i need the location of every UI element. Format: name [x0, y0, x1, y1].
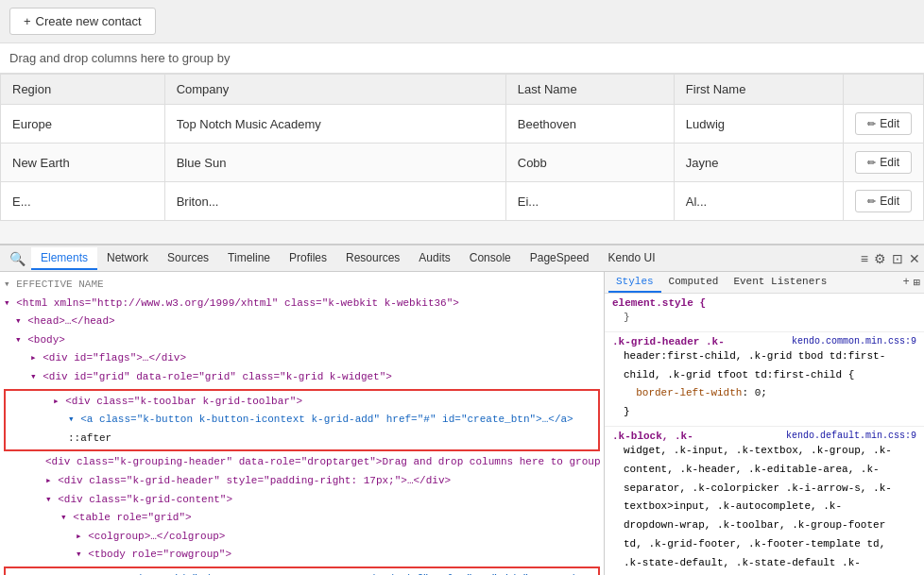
style-prop: }: [624, 312, 630, 323]
styles-tab-icons: + ⊞: [903, 272, 920, 293]
table-row: New Earth Blue Sun Cobb Jayne ✏ Edit: [1, 144, 924, 182]
style-source: kendo.default.min.css:9: [786, 431, 916, 441]
tab-timeline[interactable]: Timeline: [218, 247, 280, 270]
tab-kendo-ui[interactable]: Kendo UI: [598, 247, 664, 270]
close-icon[interactable]: ✕: [909, 251, 920, 266]
tree-line[interactable]: ▸ <tr data-uid="3d48c718-356a-498e-80c4-…: [8, 570, 596, 575]
table-row: Europe Top Notch Music Academy Beethoven…: [1, 105, 924, 144]
cell-first-name: Ludwig: [674, 105, 844, 144]
tab-audits[interactable]: Audits: [409, 247, 459, 270]
cell-first-name: Al...: [674, 182, 844, 221]
style-line: td, .k-grid-footer, .k-footer-template t…: [624, 535, 916, 554]
column-first-name[interactable]: First Name: [674, 75, 844, 105]
tree-line[interactable]: ▾ <head>…</head>: [0, 313, 604, 331]
column-company[interactable]: Company: [164, 75, 505, 105]
tab-elements[interactable]: Elements: [31, 247, 97, 270]
tab-network[interactable]: Network: [97, 247, 158, 270]
data-grid: Region Company Last Name First Name Euro…: [0, 74, 924, 221]
tab-sources[interactable]: Sources: [158, 247, 218, 270]
tbody-tag: ▾ <tbody role="rowgroup">: [76, 549, 231, 560]
edit-label: Edit: [880, 156, 899, 169]
devtools-toolbar-icons: ≡ ⚙ ⊡ ✕: [861, 251, 920, 266]
add-style-icon[interactable]: +: [903, 276, 910, 289]
column-actions: [844, 75, 924, 105]
tree-line[interactable]: ▸ <div class="k-grid-header" style="padd…: [0, 472, 604, 491]
style-block-content: header:first-child, .k-grid tbod td:firs…: [612, 347, 916, 422]
grid-header-div: ▸ <div class="k-grid-header" style="padd…: [45, 475, 451, 486]
cell-edit: ✏ Edit: [844, 105, 924, 144]
style-line: border-left-width: 0;: [624, 384, 916, 403]
style-line: .k-state-default, .k-state-default .k-: [624, 554, 916, 573]
toggle-icon[interactable]: ⊞: [914, 276, 920, 290]
pseudo-after: ::after: [68, 432, 111, 444]
edit-button[interactable]: ✏ Edit: [855, 190, 912, 212]
tab-console[interactable]: Console: [460, 247, 521, 270]
grid-section: + Create new contact Drag and drop colum…: [0, 0, 924, 245]
pencil-icon: ✏: [867, 195, 876, 208]
elements-panel[interactable]: ▾ EFFECTIVE NAME ▾ <html xmlns="http://w…: [0, 272, 605, 575]
tree-line[interactable]: ▸ <div class="k-toolbar k-grid-toolbar">: [8, 393, 596, 412]
kendo-default-style-block: .k-block, .k- kendo.default.min.css:9 wi…: [605, 427, 924, 575]
tree-line[interactable]: ▾ <a class="k-button k-button-icontext k…: [8, 411, 596, 430]
tree-line[interactable]: <div class="k-grouping-header" data-role…: [0, 453, 604, 472]
tab-profiles[interactable]: Profiles: [280, 247, 336, 270]
cell-region: Europe: [1, 105, 165, 144]
cell-company: Briton...: [164, 182, 505, 221]
tree-line[interactable]: ▸ <div id="flags">…</div>: [0, 349, 604, 368]
style-line: content, .k-header, .k-editable-area, .k…: [624, 461, 916, 480]
devtools-panel: 🔍 Elements Network Sources Timeline Prof…: [0, 245, 924, 575]
colgroup-tag: ▸ <colgroup>…</colgroup>: [76, 531, 225, 542]
grid-div: ▾ <div id="grid" data-role="grid" class=…: [30, 371, 392, 382]
styles-tab-bar: Styles Computed Event Listeners + ⊞: [605, 272, 924, 294]
edit-label: Edit: [880, 117, 899, 130]
tab-pagespeed[interactable]: PageSpeed: [521, 247, 599, 270]
tree-line[interactable]: ▾ <div class="k-grid-content">: [0, 491, 604, 510]
cell-last-name: Cobb: [505, 144, 674, 182]
tree-line[interactable]: ▸ <colgroup>…</colgroup>: [0, 528, 604, 547]
anchor-tag: ▾ <a class="k-button k-button-icontext k…: [68, 414, 573, 425]
body-tag: ▾ <body>: [15, 334, 65, 346]
create-btn-label: Create new contact: [36, 14, 142, 28]
grid-toolbar: + Create new contact: [0, 0, 924, 43]
highlight-beethoven-row: ▸ <tr data-uid="3d48c718-356a-498e-80c4-…: [4, 567, 600, 575]
tree-line[interactable]: ▾ <div id="grid" data-role="grid" class=…: [0, 368, 604, 387]
tree-line[interactable]: ▾ <html xmlns="http://www.w3.org/1999/xh…: [0, 295, 604, 313]
column-region[interactable]: Region: [1, 75, 165, 105]
style-line: header:first-child, .k-grid tbod td:firs…: [624, 347, 916, 385]
pencil-icon: ✏: [867, 118, 876, 130]
dock-icon[interactable]: ⊡: [892, 251, 903, 266]
settings-icon[interactable]: ⚙: [874, 251, 886, 266]
plus-icon: +: [24, 14, 31, 28]
edit-button[interactable]: ✏ Edit: [855, 151, 912, 174]
cell-last-name: Ei...: [505, 182, 674, 221]
tree-line[interactable]: ▾ <body>: [0, 331, 604, 350]
cell-region: New Earth: [1, 144, 165, 182]
style-selector: .k-grid-header .k-: [612, 336, 725, 347]
style-line: widget, .k-input, .k-textbox, .k-group, …: [624, 442, 916, 461]
tree-line[interactable]: ▾ <table role="grid">: [0, 509, 604, 528]
style-line: dropdown-wrap, .k-toolbar, .k-group-foot…: [624, 516, 916, 535]
column-last-name[interactable]: Last Name: [505, 75, 674, 105]
grid-container: Region Company Last Name First Name Euro…: [0, 74, 924, 221]
edit-button[interactable]: ✏ Edit: [855, 112, 912, 135]
format-icon[interactable]: ≡: [861, 251, 868, 266]
tree-line[interactable]: ::after: [8, 430, 596, 448]
style-block-content: widget, .k-input, .k-textbox, .k-group, …: [612, 442, 916, 575]
table-tag: ▾ <table role="grid">: [60, 512, 192, 523]
pencil-icon: ✏: [867, 157, 876, 169]
html-tag: ▾ <html xmlns="http://www.w3.org/1999/xh…: [4, 297, 459, 309]
devtools-body: ▾ EFFECTIVE NAME ▾ <html xmlns="http://w…: [0, 272, 924, 575]
tab-event-listeners[interactable]: Event Listeners: [726, 272, 834, 293]
edit-label: Edit: [880, 194, 899, 208]
create-new-contact-button[interactable]: + Create new contact: [9, 8, 156, 35]
grouping-header: Drag and drop columns here to group by: [0, 43, 924, 74]
element-style-block: element.style { }: [605, 294, 924, 332]
tab-styles[interactable]: Styles: [608, 272, 661, 293]
cell-first-name: Jayne: [674, 144, 844, 182]
search-icon[interactable]: 🔍: [4, 251, 31, 266]
tab-resources[interactable]: Resources: [336, 247, 409, 270]
style-selector: .k-block, .k-: [612, 431, 693, 442]
tree-line[interactable]: ▾ EFFECTIVE NAME: [0, 276, 604, 295]
tree-line[interactable]: ▾ <tbody role="rowgroup">: [0, 546, 604, 565]
tab-computed[interactable]: Computed: [661, 272, 727, 293]
